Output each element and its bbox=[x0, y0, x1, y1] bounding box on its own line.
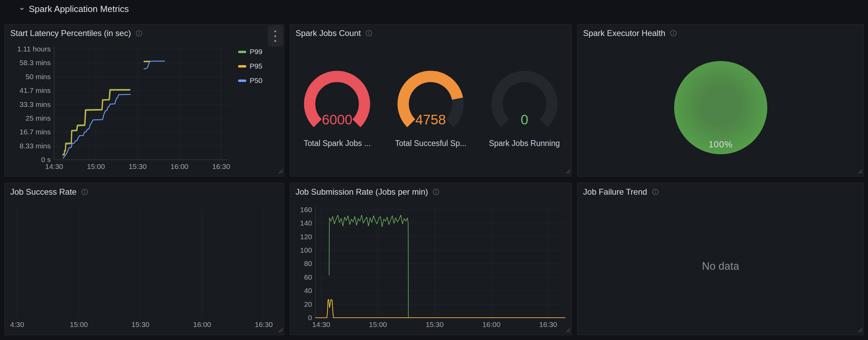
y-axis-tick-label: 80 bbox=[304, 259, 312, 267]
x-axis-tick-label: 16:00 bbox=[170, 162, 188, 170]
info-icon[interactable] bbox=[433, 189, 439, 195]
gauge-arc: 4758 bbox=[388, 67, 473, 135]
panel-start-latency-percentiles: Start Latency Percentiles (in sec) 14:30… bbox=[4, 24, 284, 177]
panel-header: Spark Jobs Count bbox=[290, 24, 572, 42]
success-rate-chart[interactable]: 4:3015:0015:3016:0016:30 bbox=[9, 201, 280, 330]
panel-title[interactable]: Job Failure Trend bbox=[583, 187, 647, 197]
legend-item-p95[interactable]: P95 bbox=[238, 62, 280, 70]
latency-chart[interactable]: 14:3015:0015:3016:0016:300 s8.33 mins16.… bbox=[9, 42, 232, 171]
gauge-label: Total Spark Jobs ... bbox=[303, 139, 371, 148]
dashboard-row-header[interactable]: Spark Application Metrics bbox=[0, 1, 868, 16]
panel-body: 4:3015:0015:3016:0016:30 bbox=[5, 201, 284, 335]
y-axis-tick-label: 60 bbox=[304, 273, 312, 281]
x-axis-tick-label: 14:30 bbox=[45, 162, 63, 170]
x-axis-tick-label: 15:30 bbox=[132, 320, 150, 328]
info-icon[interactable] bbox=[670, 30, 677, 37]
info-icon[interactable] bbox=[652, 189, 659, 195]
y-axis-tick-label: 1.11 hours bbox=[17, 45, 51, 53]
panel-title[interactable]: Spark Executor Health bbox=[583, 28, 665, 38]
panel-body: No data bbox=[578, 201, 864, 335]
p50-swatch bbox=[238, 80, 246, 82]
y-axis-tick-label: 0 bbox=[308, 314, 312, 321]
panel-resize-handle[interactable] bbox=[278, 169, 283, 175]
info-icon[interactable] bbox=[81, 189, 88, 195]
series-p95 bbox=[63, 90, 130, 155]
panel-menu-button[interactable] bbox=[268, 25, 283, 47]
gauge-value: 6000 bbox=[322, 112, 352, 127]
panel-resize-handle[interactable] bbox=[566, 169, 570, 175]
x-axis-tick-label: 4:30 bbox=[10, 320, 24, 328]
gauge-arc: 6000 bbox=[294, 67, 380, 135]
panel-title[interactable]: Spark Jobs Count bbox=[296, 28, 361, 38]
gauge-label: Total Succesful Sp... bbox=[395, 139, 466, 148]
panel-title[interactable]: Job Submission Rate (Jobs per min) bbox=[296, 187, 428, 197]
info-icon[interactable] bbox=[136, 30, 142, 37]
y-axis-tick-label: 100 bbox=[300, 246, 312, 254]
panel-header: Start Latency Percentiles (in sec) bbox=[5, 24, 284, 42]
panel-title[interactable]: Start Latency Percentiles (in sec) bbox=[10, 28, 131, 38]
x-axis-tick-label: 14:30 bbox=[312, 320, 330, 328]
legend-item-p50[interactable]: P50 bbox=[238, 76, 280, 85]
y-axis-tick-label: 50 mins bbox=[25, 73, 51, 81]
x-axis-tick-label: 15:00 bbox=[369, 320, 387, 328]
y-axis-tick-label: 58.3 mins bbox=[20, 59, 51, 66]
submission-rate-chart[interactable]: 14:3015:0015:3016:0016:30020406080100120… bbox=[294, 201, 568, 330]
series-jobs-failed bbox=[315, 300, 565, 318]
panel-header: Spark Executor Health bbox=[578, 24, 864, 42]
x-axis-tick-label: 16:30 bbox=[539, 320, 557, 328]
y-axis-tick-label: 16.7 mins bbox=[20, 128, 51, 136]
dashboard-grid: Start Latency Percentiles (in sec) 14:30… bbox=[0, 16, 868, 335]
series-p99 bbox=[63, 89, 130, 154]
x-axis-tick-label: 15:00 bbox=[87, 162, 105, 170]
panel-body: 14:3015:0015:3016:0016:30020406080100120… bbox=[290, 201, 572, 335]
y-axis-tick-label: 33.3 mins bbox=[20, 100, 51, 108]
p99-swatch bbox=[238, 51, 246, 53]
y-axis-tick-label: 41.7 mins bbox=[20, 86, 51, 94]
series-jobs-submitted bbox=[329, 215, 565, 318]
panel-spark-executor-health: Spark Executor Health 100% bbox=[577, 24, 864, 177]
legend-label[interactable]: P50 bbox=[250, 76, 262, 85]
panel-resize-handle[interactable] bbox=[858, 328, 863, 334]
legend-item-p99[interactable]: P99 bbox=[238, 48, 280, 56]
panel-body: 14:3015:0015:3016:0016:300 s8.33 mins16.… bbox=[5, 42, 284, 176]
y-axis-tick-label: 20 bbox=[304, 300, 312, 308]
panel-job-failure-trend: Job Failure Trend No data bbox=[577, 183, 864, 335]
y-axis-tick-label: 25 mins bbox=[25, 114, 51, 122]
gauge-spark-jobs-running: 0 Spark Jobs Running bbox=[481, 67, 567, 148]
legend-label[interactable]: P95 bbox=[250, 62, 262, 70]
x-axis-tick-label: 15:30 bbox=[129, 162, 147, 170]
panel-resize-handle[interactable] bbox=[566, 328, 570, 334]
y-axis-tick-label: 0 s bbox=[41, 156, 51, 163]
gauge-total-spark-jobs: 6000 Total Spark Jobs ... bbox=[294, 67, 380, 148]
chevron-down-icon[interactable] bbox=[19, 6, 25, 12]
series-p50 bbox=[144, 61, 165, 69]
gauge-value: 0 bbox=[521, 112, 528, 127]
info-icon[interactable] bbox=[365, 30, 372, 37]
gauges-row: 6000 Total Spark Jobs ... 4758 Total Suc… bbox=[294, 42, 568, 173]
p95-swatch bbox=[238, 65, 246, 68]
x-axis-tick-label: 16:00 bbox=[193, 320, 211, 328]
panel-spark-jobs-count: Spark Jobs Count 6000 Total Spark Jobs .… bbox=[290, 24, 572, 177]
panel-body: 100% bbox=[578, 42, 864, 176]
x-axis-tick-label: 15:00 bbox=[70, 320, 88, 328]
y-axis-tick-label: 8.33 mins bbox=[20, 142, 51, 150]
panel-resize-handle[interactable] bbox=[858, 169, 863, 175]
y-axis-tick-label: 120 bbox=[300, 233, 312, 241]
panel-job-success-rate: Job Success Rate 4:3015:0015:3016:0016:3… bbox=[4, 183, 284, 335]
gauge-label: Spark Jobs Running bbox=[489, 139, 560, 148]
legend-label[interactable]: P99 bbox=[250, 48, 262, 56]
panel-body: 6000 Total Spark Jobs ... 4758 Total Suc… bbox=[290, 42, 572, 176]
x-axis-tick-label: 16:30 bbox=[212, 162, 230, 170]
x-axis-tick-label: 15:30 bbox=[425, 320, 444, 328]
gauge-arc: 0 bbox=[482, 67, 567, 135]
pie-percent-label: 100% bbox=[674, 139, 767, 150]
no-data-message: No data bbox=[702, 260, 739, 272]
chart-legend: P99 P95 P50 bbox=[232, 42, 280, 173]
gauge-value: 4758 bbox=[416, 112, 446, 127]
row-title: Spark Application Metrics bbox=[29, 4, 129, 14]
panel-resize-handle[interactable] bbox=[278, 328, 283, 334]
panel-title[interactable]: Job Success Rate bbox=[10, 187, 76, 197]
panel-header: Job Submission Rate (Jobs per min) bbox=[290, 183, 572, 201]
series-p50 bbox=[63, 95, 130, 158]
panel-job-submission-rate: Job Submission Rate (Jobs per min) 14:30… bbox=[290, 183, 572, 335]
